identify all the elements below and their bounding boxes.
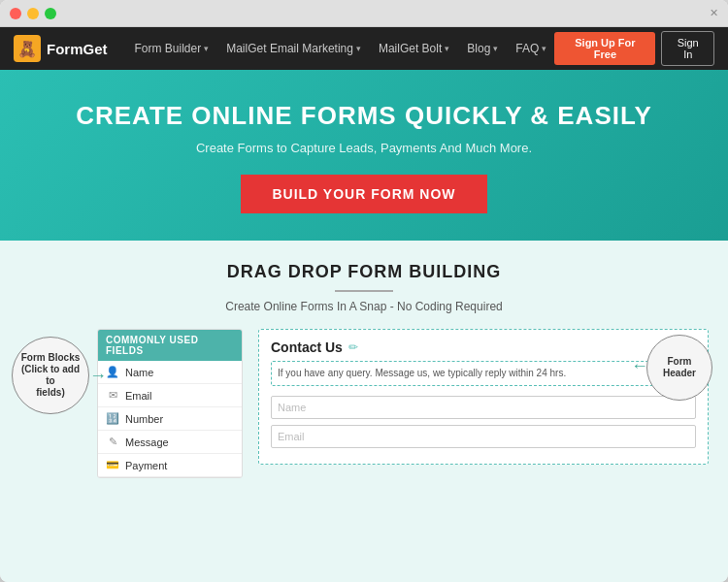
callout-form-header: Form Header [646, 335, 712, 401]
chevron-down-icon: ▾ [542, 44, 546, 53]
form-email-field[interactable]: Email [271, 425, 696, 448]
navbar: 🧸 FormGet Form Builder ▾ MailGet Email M… [0, 27, 728, 70]
window-close-icon[interactable]: ✕ [710, 7, 718, 19]
form-preview: Contact Us ✏ If you have any query. Mess… [258, 329, 709, 465]
brand-name: FormGet [47, 41, 108, 57]
field-number[interactable]: 🔢 Number [98, 407, 242, 431]
hero-title: CREATE ONLINE FORMS QUICKLY & EASILY [19, 101, 709, 131]
number-icon: 🔢 [106, 412, 119, 425]
fields-panel: COMMONLY USED FIELDS 👤 Name ✉ Email 🔢 Nu… [97, 329, 243, 478]
nav-form-builder[interactable]: Form Builder ▾ [127, 36, 217, 61]
section-divider [335, 290, 393, 292]
nav-mailget-email[interactable]: MailGet Email Marketing ▾ [218, 36, 369, 61]
section-title: DRAG DROP FORM BUILDING [19, 262, 709, 282]
chevron-down-icon: ▾ [356, 44, 361, 53]
callout-form-blocks: Form Blocks (Click to add to fields) [12, 337, 89, 414]
hero-section: CREATE ONLINE FORMS QUICKLY & EASILY Cre… [0, 70, 728, 241]
nav-buttons: Sign Up For Free Sign In [554, 31, 714, 66]
brand-icon: 🧸 [14, 35, 41, 62]
brand[interactable]: 🧸 FormGet [14, 35, 108, 62]
close-button[interactable] [10, 8, 21, 19]
section-subtitle: Create Online Forms In A Snap - No Codin… [19, 300, 709, 313]
minimize-button[interactable] [27, 8, 39, 19]
title-bar: ✕ [0, 0, 728, 27]
nav-faq[interactable]: FAQ ▾ [508, 36, 554, 61]
field-name[interactable]: 👤 Name [98, 361, 242, 384]
cta-button[interactable]: BUILD YOUR FORM NOW [241, 175, 486, 213]
form-preview-title: Contact Us [271, 340, 343, 355]
nav-items: Form Builder ▾ MailGet Email Marketing ▾… [127, 36, 555, 61]
nav-blog[interactable]: Blog ▾ [459, 36, 506, 61]
field-message[interactable]: ✎ Message [98, 431, 242, 454]
signin-button[interactable]: Sign In [661, 31, 714, 66]
chevron-down-icon: ▾ [204, 44, 209, 53]
demo-area: Form Blocks (Click to add to fields) → C… [19, 329, 709, 478]
form-preview-header: Contact Us ✏ [271, 340, 696, 355]
maximize-button[interactable] [45, 8, 56, 19]
arrow-left-icon: → [89, 366, 107, 386]
message-icon: ✎ [106, 436, 119, 448]
form-name-field[interactable]: Name [271, 396, 696, 419]
fields-header: COMMONLY USED FIELDS [98, 330, 242, 361]
chevron-down-icon: ▾ [493, 44, 498, 53]
dragdrop-section: DRAG DROP FORM BUILDING Create Online Fo… [0, 241, 728, 582]
browser-window: ✕ 🧸 FormGet Form Builder ▾ MailGet Email… [0, 0, 728, 582]
signup-button[interactable]: Sign Up For Free [554, 32, 655, 65]
user-icon: 👤 [106, 366, 119, 378]
chevron-down-icon: ▾ [445, 44, 449, 53]
payment-icon: 💳 [106, 459, 119, 471]
hero-subtitle: Create Forms to Capture Leads, Payments … [19, 141, 709, 155]
email-icon: ✉ [106, 389, 119, 402]
field-payment[interactable]: 💳 Payment [98, 454, 242, 477]
nav-mailget-bolt[interactable]: MailGet Bolt ▾ [371, 36, 457, 61]
edit-icon[interactable]: ✏ [348, 340, 358, 354]
field-email[interactable]: ✉ Email [98, 384, 242, 407]
